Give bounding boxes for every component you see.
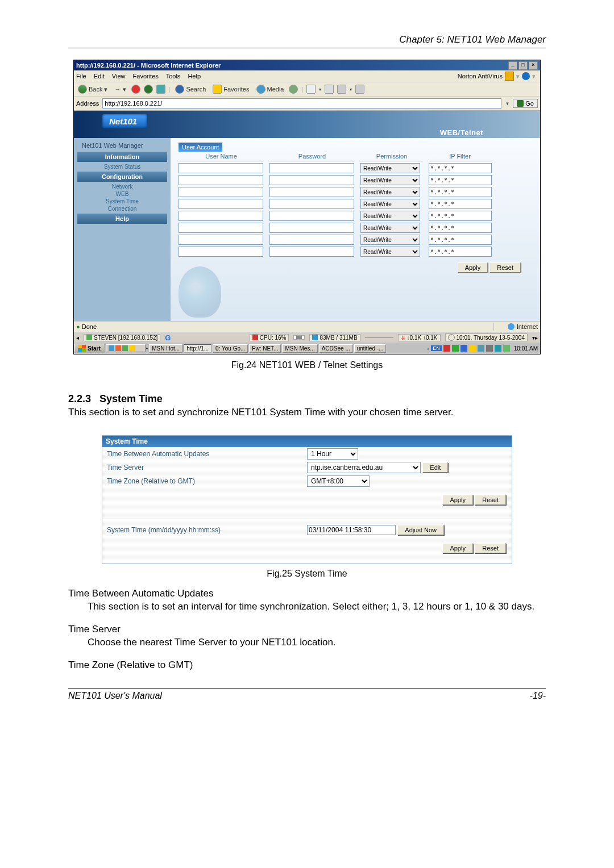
task-ie[interactable]: http://1... (184, 344, 211, 353)
permission-select[interactable]: Read/Write (360, 187, 420, 197)
permission-select[interactable]: Read/Write (360, 247, 420, 257)
permission-select[interactable]: Read/Write (360, 199, 420, 209)
reset-button-2[interactable]: Reset (475, 543, 506, 553)
menu-view[interactable]: View (112, 73, 126, 80)
ip-filter-input[interactable] (429, 211, 492, 221)
sidebar-section-configuration[interactable]: Configuration (77, 172, 167, 182)
task-acdsee[interactable]: ACDSee ... (319, 344, 353, 353)
close-button[interactable]: × (529, 61, 538, 70)
minimize-button[interactable]: _ (508, 61, 517, 70)
password-input[interactable] (269, 163, 354, 173)
task-yougo[interactable]: 0: You Go... (213, 344, 248, 353)
tray-icon[interactable] (486, 345, 493, 352)
tray-icon[interactable] (469, 345, 476, 352)
permission-select[interactable]: Read/Write (360, 235, 420, 245)
username-input[interactable] (179, 187, 263, 197)
search-button[interactable]: Search (173, 84, 208, 94)
address-input[interactable] (102, 98, 501, 108)
apply-button[interactable]: Apply (458, 262, 488, 273)
reset-button-1[interactable]: Reset (475, 495, 506, 505)
menu-edit[interactable]: Edit (94, 73, 105, 80)
username-input[interactable] (179, 223, 263, 233)
tray-icon[interactable] (503, 345, 510, 352)
go-button[interactable]: Go (513, 99, 538, 108)
forward-button[interactable]: → ▾ (113, 85, 127, 94)
search-icon (175, 85, 184, 94)
timeserver-select[interactable]: ntp.ise.canberra.edu.au (307, 462, 421, 473)
print-icon[interactable] (325, 85, 334, 94)
sidebar-item-system-status[interactable]: System Status (74, 163, 171, 170)
username-input[interactable] (179, 247, 263, 257)
menu-favorites[interactable]: Favorites (133, 73, 159, 80)
task-untitled[interactable]: untitled -... (354, 344, 387, 353)
password-input[interactable] (269, 235, 354, 245)
task-msnmes[interactable]: MSN Mes... (282, 344, 317, 353)
permission-select[interactable]: Read/Write (360, 223, 420, 233)
tray-icon[interactable] (452, 345, 459, 352)
apply-button-1[interactable]: Apply (442, 495, 473, 505)
clock[interactable]: 10:01 AM (514, 345, 538, 352)
sidebar-item-network[interactable]: Network (74, 183, 171, 190)
tray-icon[interactable] (443, 345, 450, 352)
media-button[interactable]: Media (255, 84, 286, 94)
permission-select[interactable]: Read/Write (360, 163, 420, 173)
username-input[interactable] (179, 235, 263, 245)
ip-filter-input[interactable] (429, 187, 492, 197)
back-button[interactable]: Back ▾ (76, 84, 109, 94)
edit-icon[interactable] (337, 85, 346, 94)
sidebar-section-help[interactable]: Help (77, 214, 167, 224)
ip-filter-input[interactable] (429, 175, 492, 185)
password-input[interactable] (269, 223, 354, 233)
favorites-button[interactable]: Favorites (211, 84, 251, 94)
username-input[interactable] (179, 199, 263, 209)
username-input[interactable] (179, 211, 263, 221)
ip-filter-input[interactable] (429, 247, 492, 257)
home-icon[interactable] (156, 85, 165, 94)
user-account-buttons: Apply Reset (179, 262, 532, 273)
refresh-icon[interactable] (144, 85, 153, 94)
username-input[interactable] (179, 163, 263, 173)
language-indicator[interactable]: EN (431, 345, 442, 351)
quicklaunch-area[interactable] (106, 344, 146, 352)
maximize-button[interactable]: □ (518, 61, 528, 70)
password-input[interactable] (269, 199, 354, 209)
password-input[interactable] (269, 175, 354, 185)
menu-help[interactable]: Help (188, 73, 201, 80)
system-time-input[interactable] (307, 525, 396, 535)
permission-select[interactable]: Read/Write (360, 175, 420, 185)
menu-tools[interactable]: Tools (166, 73, 181, 80)
username-input[interactable] (179, 175, 263, 185)
adjust-now-button[interactable]: Adjust Now (397, 525, 444, 535)
edit-button[interactable]: Edit (422, 462, 448, 473)
ip-filter-input[interactable] (429, 223, 492, 233)
ip-filter-input[interactable] (429, 163, 492, 173)
password-input[interactable] (269, 211, 354, 221)
ip-filter-input[interactable] (429, 235, 492, 245)
mail-icon[interactable] (306, 85, 316, 94)
password-input[interactable] (269, 187, 354, 197)
sidebar-item-web[interactable]: WEB (74, 190, 171, 198)
password-input[interactable] (269, 247, 354, 257)
timezone-select[interactable]: GMT+8:00 (307, 475, 370, 487)
history-icon[interactable] (289, 85, 298, 94)
steven-host[interactable]: STEVEN [192.168.0.152] (84, 334, 160, 341)
stop-icon[interactable] (131, 85, 140, 94)
web-telnet-tab[interactable]: WEB/Telnet (440, 128, 483, 137)
ip-filter-input[interactable] (429, 199, 492, 209)
permission-select[interactable]: Read/Write (360, 211, 420, 221)
tray-icon[interactable] (495, 345, 501, 352)
sidebar-item-connection[interactable]: Connection (74, 205, 171, 212)
reset-button[interactable]: Reset (489, 262, 521, 273)
google-search-icon[interactable]: G (165, 333, 171, 342)
sidebar-item-system-time[interactable]: System Time (74, 198, 171, 205)
start-button[interactable]: Start (74, 344, 105, 353)
menu-file[interactable]: File (76, 73, 86, 80)
task-fwnet[interactable]: Fw: NET... (249, 344, 281, 353)
task-msn-hot[interactable]: MSN Hot... (149, 344, 182, 353)
tray-icon[interactable] (478, 345, 484, 352)
interval-select[interactable]: 1 Hour (307, 448, 358, 460)
sidebar-section-information[interactable]: Information (77, 152, 167, 162)
apply-button-2[interactable]: Apply (442, 543, 473, 553)
tray-icon[interactable] (460, 345, 467, 352)
discuss-icon[interactable] (355, 85, 364, 94)
